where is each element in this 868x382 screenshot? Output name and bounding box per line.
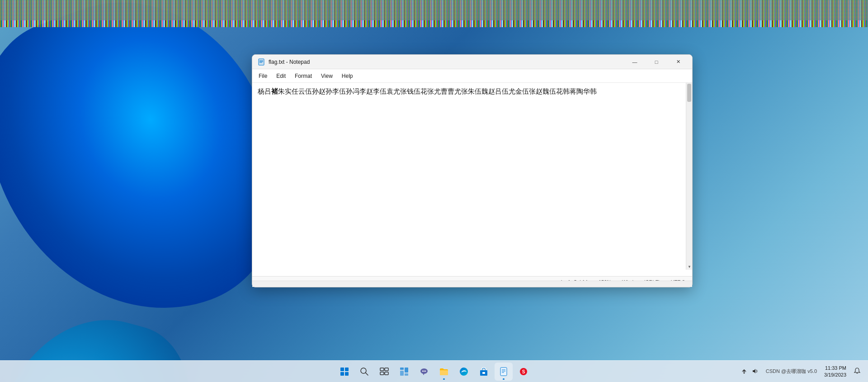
time: 11:33 PM <box>824 365 846 371</box>
edge-button[interactable] <box>455 363 473 381</box>
menu-file[interactable]: File <box>254 71 272 81</box>
store-button[interactable] <box>475 363 493 381</box>
svg-rect-17 <box>405 368 408 372</box>
csdn-watermark: CSDN @去哪溜咖 v5.0 <box>766 368 817 375</box>
window-controls: — □ ✕ <box>624 55 689 69</box>
chat-button[interactable] <box>415 363 433 381</box>
svg-rect-0 <box>259 59 264 65</box>
svg-text:S: S <box>522 369 525 374</box>
svg-rect-16 <box>400 371 404 376</box>
svg-rect-5 <box>340 368 344 371</box>
window-title: flag.txt - Notepad <box>269 59 310 65</box>
system-tray <box>741 368 759 376</box>
svg-point-22 <box>424 370 425 371</box>
svg-rect-24 <box>440 370 448 375</box>
notification-button[interactable] <box>854 367 861 376</box>
taskbar-right: CSDN @去哪溜咖 v5.0 11:33 PM 3/19/2023 <box>741 365 861 378</box>
volume-icon[interactable] <box>751 368 759 376</box>
taskbar-center: S <box>335 363 533 381</box>
text-bold-char: 褚 <box>271 87 278 95</box>
notepad-content-area[interactable]: 杨吕褚朱实任云伍孙赵孙李伍孙冯李赵李伍袁尤张钱伍花张尤曹曹尤张朱伍魏赵吕伍尤金伍… <box>252 83 692 276</box>
scroll-down-button[interactable]: ▼ <box>686 263 692 270</box>
vertical-scrollbar[interactable]: ▲ ▼ <box>686 83 692 270</box>
svg-point-23 <box>425 370 426 371</box>
horizontal-scrollbar[interactable] <box>252 281 692 287</box>
svg-rect-18 <box>405 373 408 376</box>
minimize-button[interactable]: — <box>624 55 645 69</box>
file-explorer-button[interactable] <box>435 363 453 381</box>
notepad-window: flag.txt - Notepad — □ ✕ File Edit Forma… <box>252 54 693 287</box>
svg-point-21 <box>422 370 423 371</box>
titlebar-left: flag.txt - Notepad <box>258 58 310 66</box>
start-button[interactable] <box>335 363 354 381</box>
svg-rect-8 <box>345 372 349 376</box>
svg-point-34 <box>743 372 745 373</box>
menu-help[interactable]: Help <box>337 71 358 81</box>
scroll-thumb-vertical[interactable] <box>687 84 691 102</box>
close-button[interactable]: ✕ <box>668 55 689 69</box>
svg-marker-20 <box>423 373 425 375</box>
search-button[interactable] <box>355 363 373 381</box>
menubar: File Edit Format View Help <box>252 69 692 83</box>
file-explorer-active-indicator <box>443 378 445 380</box>
notepad-taskbar-button[interactable] <box>495 363 513 381</box>
svg-rect-14 <box>385 372 388 375</box>
svg-line-10 <box>366 372 368 375</box>
svg-rect-7 <box>340 372 344 376</box>
svg-rect-6 <box>345 368 349 371</box>
menu-edit[interactable]: Edit <box>272 71 290 81</box>
menu-format[interactable]: Format <box>290 71 316 81</box>
svg-rect-28 <box>500 368 507 376</box>
svg-rect-15 <box>400 368 404 370</box>
maximize-button[interactable]: □ <box>646 55 667 69</box>
taskbar: S CSDN @去哪溜咖 v5.0 11:33 PM <box>0 360 868 382</box>
text-normal-rest: 朱实任云伍孙赵孙李伍孙冯李赵李伍袁尤张钱伍花张尤曹曹尤张朱伍魏赵吕伍尤金伍张赵魏… <box>278 87 597 95</box>
notepad-app-icon <box>258 58 265 66</box>
svg-rect-11 <box>380 368 384 371</box>
screen-glitch-top2 <box>0 0 868 20</box>
window-titlebar: flag.txt - Notepad — □ ✕ <box>252 55 692 69</box>
text-normal-start: 杨吕 <box>258 87 271 95</box>
app10-button[interactable]: S <box>514 363 533 381</box>
notepad-text-content: 杨吕褚朱实任云伍孙赵孙李伍孙冯李赵李伍袁尤张钱伍花张尤曹曹尤张朱伍魏赵吕伍尤金伍… <box>258 86 687 97</box>
svg-rect-13 <box>380 372 384 375</box>
date: 3/19/2023 <box>824 372 846 378</box>
task-view-button[interactable] <box>375 363 393 381</box>
clock[interactable]: 11:33 PM 3/19/2023 <box>824 365 846 378</box>
menu-view[interactable]: View <box>316 71 337 81</box>
notepad-active-indicator <box>503 378 505 380</box>
network-icon[interactable] <box>741 368 748 376</box>
widgets-button[interactable] <box>395 363 413 381</box>
svg-rect-12 <box>385 368 388 371</box>
svg-rect-27 <box>482 372 485 374</box>
